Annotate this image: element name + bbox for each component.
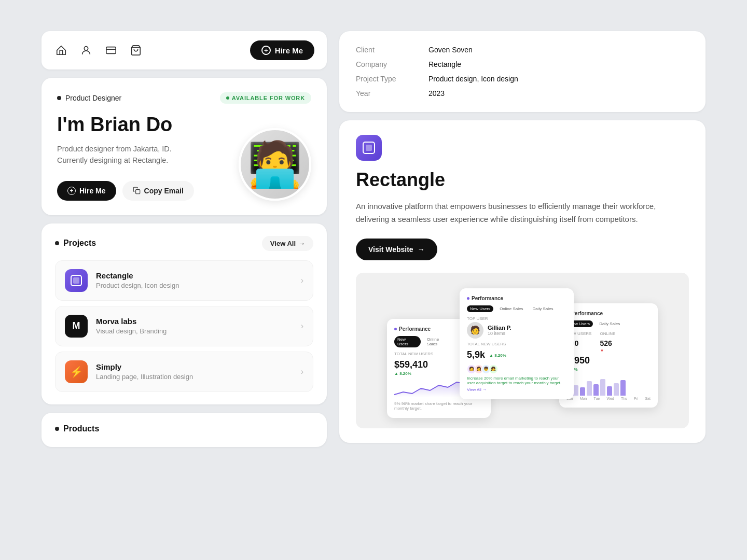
detail-table: Client Goven Soven Company Rectangle Pro… — [356, 46, 689, 97]
rectangle-logo — [65, 269, 88, 292]
showcase-logo-row — [356, 135, 689, 161]
view-all-link[interactable]: View All → — [467, 387, 566, 392]
project-showcase: Rectangle An innovative platform that em… — [339, 120, 706, 443]
products-section: Products — [42, 413, 327, 447]
available-dot — [226, 96, 229, 100]
right-column: Client Goven Soven Company Rectangle Pro… — [339, 31, 706, 443]
avatar: 🧑‍💻 — [239, 128, 311, 201]
bar-chart — [566, 375, 651, 396]
hire-me-nav-button[interactable]: + Hire Me — [250, 40, 314, 60]
simply-info: Simply Landing page, Illustration design — [96, 362, 293, 381]
visit-website-button[interactable]: Visit Website → — [356, 239, 437, 260]
profile-name: I'm Brian Do — [57, 114, 239, 136]
role-label: Product Designer — [57, 94, 121, 102]
left-column: + Hire Me Product Designer AVAILABLE FOR… — [42, 31, 327, 447]
chevron-right-icon: › — [301, 367, 303, 376]
morva-logo: M — [65, 315, 88, 338]
project-item-rectangle[interactable]: Rectangle Product design, Icon design › — [55, 260, 313, 301]
showcase-title: Rectangle — [356, 169, 689, 191]
products-title: Products — [55, 424, 313, 433]
profile-top-row: Product Designer AVAILABLE FOR WORK — [57, 92, 311, 104]
projects-title: Projects — [55, 239, 96, 248]
role-dot — [57, 96, 61, 100]
profile-description: Product designer from Jakarta, ID. Curre… — [57, 143, 239, 166]
profile-content: I'm Brian Do Product designer from Jakar… — [57, 114, 311, 201]
dashboard-card-3: Performance New Users Daily Sales NEW US… — [559, 303, 658, 408]
showcase-description: An innovative platform that empowers bus… — [356, 200, 689, 226]
rectangle-logo-inner — [71, 275, 82, 286]
rectangle-info: Rectangle Product design, Icon design — [96, 271, 293, 289]
showcase-logo-inner — [363, 142, 375, 154]
svg-rect-1 — [106, 47, 116, 54]
plus-icon-nav: + — [261, 46, 271, 55]
projects-header: Projects View All → — [55, 236, 313, 251]
copy-icon — [133, 187, 141, 194]
bag-icon[interactable] — [129, 43, 143, 58]
dashboard-preview: Performance New Users Online Sales Daily… — [356, 273, 689, 428]
morva-info: Morva labs Visual design, Branding — [96, 317, 293, 335]
products-dot — [55, 427, 59, 431]
projects-dot — [55, 241, 59, 245]
projects-card: Projects View All → Rectangle Product de… — [42, 223, 327, 404]
plus-icon: + — [67, 187, 76, 195]
dashboard-card-2: Performance New Users Online Sales Daily… — [460, 288, 574, 399]
showcase-logo — [356, 135, 382, 161]
project-item-morva[interactable]: M Morva labs Visual design, Branding › — [55, 306, 313, 346]
profile-card: Product Designer AVAILABLE FOR WORK I'm … — [42, 78, 327, 215]
available-badge: AVAILABLE FOR WORK — [220, 92, 311, 104]
svg-point-0 — [84, 47, 88, 50]
chevron-right-icon: › — [301, 276, 303, 285]
svg-rect-4 — [135, 190, 140, 194]
profile-info: I'm Brian Do Product designer from Jakar… — [57, 114, 239, 201]
project-item-simply[interactable]: ⚡ Simply Landing page, Illustration desi… — [55, 352, 313, 392]
chevron-right-icon: › — [301, 321, 303, 331]
copy-email-button[interactable]: Copy Email — [122, 181, 194, 201]
card-icon[interactable] — [104, 43, 118, 58]
home-icon[interactable] — [54, 43, 68, 58]
hire-me-nav-label: Hire Me — [275, 46, 303, 55]
navbar: + Hire Me — [42, 31, 327, 69]
project-detail-card: Client Goven Soven Company Rectangle Pro… — [339, 31, 706, 112]
project-list: Rectangle Product design, Icon design › … — [55, 260, 313, 392]
hire-me-button[interactable]: + Hire Me — [57, 181, 116, 201]
simply-logo: ⚡ — [65, 360, 88, 383]
view-all-button[interactable]: View All → — [262, 236, 313, 251]
person-icon[interactable] — [79, 43, 93, 58]
profile-actions: + Hire Me Copy Email — [57, 181, 239, 201]
nav-icon-group — [54, 43, 143, 58]
